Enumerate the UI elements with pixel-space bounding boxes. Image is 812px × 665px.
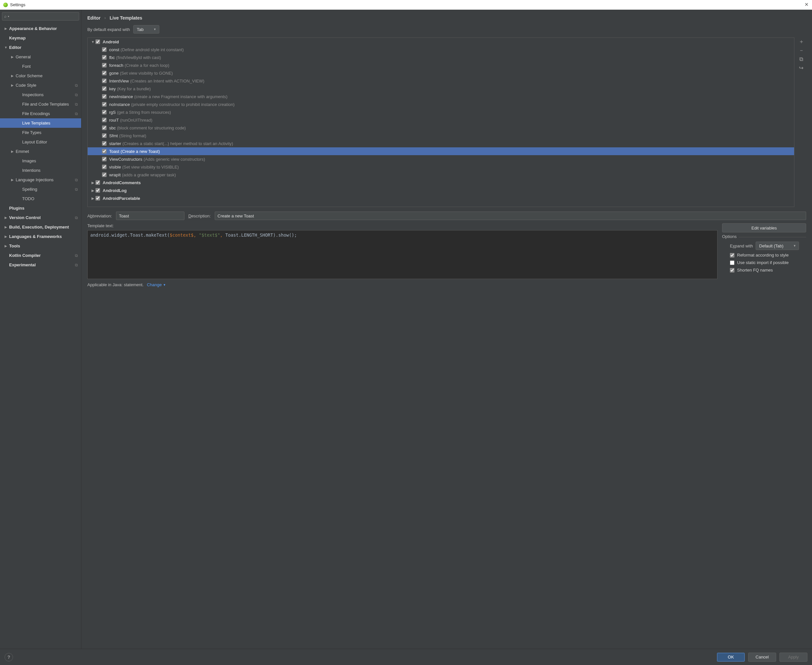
sidebar-item[interactable]: ▶Intentions xyxy=(0,165,81,175)
template-checkbox[interactable] xyxy=(102,87,106,91)
sidebar-item[interactable]: ▶File Types xyxy=(0,128,81,137)
template-checkbox[interactable] xyxy=(102,47,106,52)
template-list[interactable]: ▼Androidconst (Define android style int … xyxy=(87,38,794,207)
template-item[interactable]: sbc (block comment for structuring code) xyxy=(88,124,794,132)
template-checkbox[interactable] xyxy=(102,102,106,106)
revert-icon[interactable]: ↩ xyxy=(799,65,804,71)
help-button[interactable]: ? xyxy=(5,653,13,662)
sidebar-item[interactable]: ▶Build, Execution, Deployment xyxy=(0,222,81,232)
sidebar-item[interactable]: ▶Spelling⧉ xyxy=(0,185,81,194)
add-icon[interactable]: ＋ xyxy=(799,39,804,44)
sidebar-item[interactable]: ▶Keymap xyxy=(0,33,81,43)
template-item[interactable]: key (Key for a bundle) xyxy=(88,85,794,93)
template-checkbox[interactable] xyxy=(102,55,106,60)
search-box[interactable]: ⌕ ▾ xyxy=(2,12,79,21)
static-import-checkbox[interactable] xyxy=(730,260,734,265)
template-checkbox[interactable] xyxy=(102,118,106,122)
sidebar-item[interactable]: ▶Inspections⧉ xyxy=(0,90,81,100)
chevron-right-icon[interactable]: ▶ xyxy=(10,74,14,78)
template-checkbox[interactable] xyxy=(102,126,106,130)
sidebar-item[interactable]: ▶Tools xyxy=(0,241,81,251)
chevron-right-icon[interactable]: ▶ xyxy=(4,235,8,238)
chevron-right-icon[interactable]: ▶ xyxy=(4,216,8,219)
template-checkbox[interactable] xyxy=(102,149,106,154)
edit-variables-button[interactable]: Edit variables xyxy=(722,223,806,233)
template-item[interactable]: wrapIt (adds a gradle wrapper task) xyxy=(88,171,794,179)
template-item[interactable]: IntentView (Creates an Intent with ACTIO… xyxy=(88,77,794,85)
sidebar-item[interactable]: ▶Images xyxy=(0,156,81,165)
close-icon[interactable]: ✕ xyxy=(804,2,809,7)
chevron-right-icon[interactable]: ▶ xyxy=(4,27,8,30)
sidebar-item[interactable]: ▶Appearance & Behavior xyxy=(0,24,81,33)
sidebar-item[interactable]: ▶General xyxy=(0,52,81,62)
chevron-right-icon[interactable]: ▶ xyxy=(91,189,95,192)
change-link[interactable]: Change ▼ xyxy=(147,282,166,287)
template-item[interactable]: rgS (get a String from resources) xyxy=(88,108,794,116)
template-item[interactable]: rouiT (runOnUIThread) xyxy=(88,116,794,124)
sidebar-item[interactable]: ▶Live Templates xyxy=(0,118,81,128)
template-item[interactable]: starter (Creates a static start(...) hel… xyxy=(88,139,794,147)
template-item[interactable]: visible (Set view visibility to VISIBLE) xyxy=(88,163,794,171)
reformat-checkbox[interactable] xyxy=(730,253,734,257)
template-checkbox[interactable] xyxy=(102,63,106,67)
sidebar-item[interactable]: ▶TODO xyxy=(0,194,81,203)
template-checkbox[interactable] xyxy=(102,94,106,99)
expand-with-select[interactable]: Default (Tab) ▼ xyxy=(756,242,799,250)
shorten-fq-checkbox-row[interactable]: Shorten FQ names xyxy=(730,268,806,272)
template-item[interactable]: newInstance (create a new Fragment insta… xyxy=(88,93,794,100)
template-item[interactable]: Sfmt (String format) xyxy=(88,132,794,139)
chevron-right-icon[interactable]: ▶ xyxy=(10,178,14,182)
template-checkbox[interactable] xyxy=(102,71,106,75)
template-item[interactable]: ViewConstructors (Adds generic view cons… xyxy=(88,155,794,163)
sidebar-item[interactable]: ▶Font xyxy=(0,62,81,71)
template-item[interactable]: noInstance (private empty constructor to… xyxy=(88,100,794,108)
sidebar-item[interactable]: ▶Color Scheme xyxy=(0,71,81,80)
breadcrumb-parent[interactable]: Editor xyxy=(87,15,100,21)
template-item[interactable]: Toast (Create a new Toast) xyxy=(88,147,794,155)
sidebar-item[interactable]: ▶Version Control⧉ xyxy=(0,213,81,222)
sidebar-item[interactable]: ▶Code Style⧉ xyxy=(0,80,81,90)
chevron-right-icon[interactable]: ▶ xyxy=(4,225,8,229)
template-group[interactable]: ▶AndroidParcelable xyxy=(88,194,794,202)
abbreviation-input[interactable] xyxy=(116,211,185,220)
sidebar-item[interactable]: ▶Emmet xyxy=(0,147,81,156)
reformat-checkbox-row[interactable]: Reformat according to style xyxy=(730,253,806,257)
chevron-right-icon[interactable]: ▶ xyxy=(10,55,14,59)
template-group[interactable]: ▼Android xyxy=(88,38,794,46)
sidebar-item[interactable]: ▶Kotlin Compiler⧉ xyxy=(0,251,81,260)
sidebar-item[interactable]: ▶Experimental⧉ xyxy=(0,260,81,270)
chevron-right-icon[interactable]: ▶ xyxy=(10,150,14,153)
ok-button[interactable]: OK xyxy=(717,653,745,662)
chevron-down-icon[interactable]: ▼ xyxy=(91,40,95,44)
template-checkbox[interactable] xyxy=(102,133,106,138)
chevron-right-icon[interactable]: ▶ xyxy=(91,197,95,200)
template-checkbox[interactable] xyxy=(102,165,106,169)
template-checkbox[interactable] xyxy=(102,141,106,146)
cancel-button[interactable]: Cancel xyxy=(748,653,776,662)
copy-icon[interactable]: ⧉ xyxy=(799,56,803,62)
template-group[interactable]: ▶AndroidLog xyxy=(88,187,794,194)
template-item[interactable]: fbc (findViewById with cast) xyxy=(88,54,794,61)
apply-button[interactable]: Apply xyxy=(779,653,807,662)
sidebar-item[interactable]: ▼Editor xyxy=(0,43,81,52)
template-checkbox[interactable] xyxy=(102,79,106,83)
sidebar-item[interactable]: ▶File Encodings⧉ xyxy=(0,109,81,118)
description-input[interactable] xyxy=(215,211,806,220)
template-checkbox[interactable] xyxy=(102,157,106,161)
sidebar-item[interactable]: ▶Plugins xyxy=(0,203,81,213)
sidebar-item[interactable]: ▶Language Injections⧉ xyxy=(0,175,81,185)
sidebar-item[interactable]: ▶Layout Editor xyxy=(0,137,81,147)
template-checkbox[interactable] xyxy=(102,110,106,115)
template-item[interactable]: gone (Set view visibility to GONE) xyxy=(88,69,794,77)
template-item[interactable]: foreach (Create a for each loop) xyxy=(88,61,794,69)
chevron-down-icon[interactable]: ▼ xyxy=(4,46,8,49)
group-checkbox[interactable] xyxy=(95,39,100,44)
group-checkbox[interactable] xyxy=(95,188,100,193)
chevron-right-icon[interactable]: ▶ xyxy=(10,84,14,87)
template-item[interactable]: const (Define android style int constant… xyxy=(88,46,794,54)
expand-default-select[interactable]: Tab ▼ xyxy=(133,25,159,34)
chevron-right-icon[interactable]: ▶ xyxy=(91,181,95,185)
group-checkbox[interactable] xyxy=(95,180,100,185)
remove-icon[interactable]: － xyxy=(799,48,804,53)
sidebar-item[interactable]: ▶Languages & Frameworks xyxy=(0,232,81,241)
